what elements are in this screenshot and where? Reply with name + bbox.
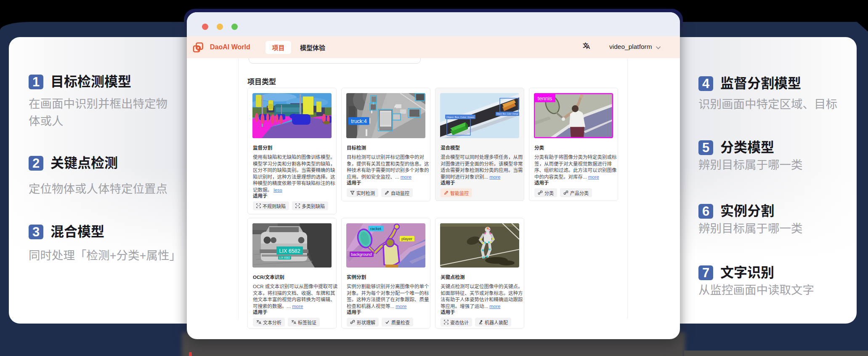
svg-text:tennis: tennis bbox=[538, 95, 552, 102]
svg-text:truck:4: truck:4 bbox=[351, 118, 366, 124]
svg-text:background: background bbox=[351, 252, 372, 257]
svg-text:Object: Box, Color: Orange: Object: Box, Color: Orange bbox=[496, 112, 518, 115]
svg-text:LIX 6582: LIX 6582 bbox=[279, 248, 300, 254]
svg-text:player: player bbox=[401, 236, 412, 241]
svg-text:racket: racket bbox=[370, 226, 381, 231]
svg-text:Object: Box, Color: Green: Object: Box, Color: Green bbox=[446, 116, 474, 118]
svg-text:LIX 6582: LIX 6582 bbox=[279, 256, 290, 259]
